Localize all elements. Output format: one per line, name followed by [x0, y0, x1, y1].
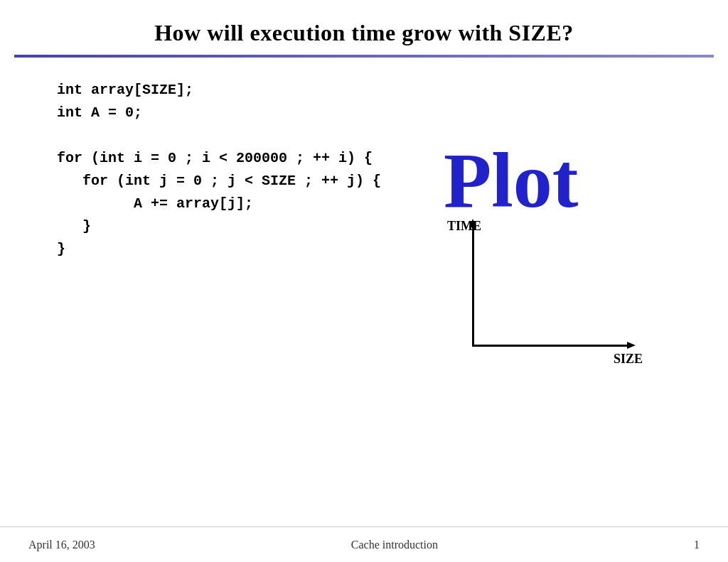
x-axis: [472, 345, 628, 347]
y-axis: [472, 226, 474, 347]
code-line-1: int array[SIZE];: [57, 79, 429, 102]
slide-title: How will execution time grow with SIZE?: [43, 20, 685, 46]
code-blank-1: [57, 124, 429, 147]
code-line-4: for (int j = 0 ; j < SIZE ; ++ j) {: [57, 170, 429, 193]
code-section: int array[SIZE]; int A = 0; for (int i =…: [57, 79, 429, 368]
main-content: int array[SIZE]; int A = 0; for (int i =…: [0, 58, 728, 375]
code-line-2: int A = 0;: [57, 102, 429, 124]
code-line-5: A += array[j];: [57, 193, 429, 215]
code-line-7: }: [57, 238, 429, 261]
footer-page: 1: [694, 539, 700, 551]
slide-footer: April 16, 2003 Cache introduction 1: [0, 526, 728, 562]
size-label: SIZE: [614, 352, 643, 367]
code-line-6: }: [57, 215, 429, 238]
x-axis-arrow: [627, 342, 636, 349]
chart-section: Plot TIME SIZE: [429, 79, 671, 368]
slide: How will execution time grow with SIZE? …: [0, 0, 728, 562]
chart-axes: TIME SIZE: [472, 226, 628, 347]
chart-container: TIME SIZE: [444, 219, 657, 368]
footer-date: April 16, 2003: [28, 539, 95, 551]
time-label: TIME: [447, 219, 481, 234]
footer-title: Cache introduction: [351, 539, 438, 551]
code-line-3: for (int i = 0 ; i < 200000 ; ++ i) {: [57, 147, 429, 170]
plot-label: Plot: [444, 136, 578, 226]
code-block: int array[SIZE]; int A = 0; for (int i =…: [57, 79, 429, 261]
slide-header: How will execution time grow with SIZE?: [0, 0, 728, 55]
